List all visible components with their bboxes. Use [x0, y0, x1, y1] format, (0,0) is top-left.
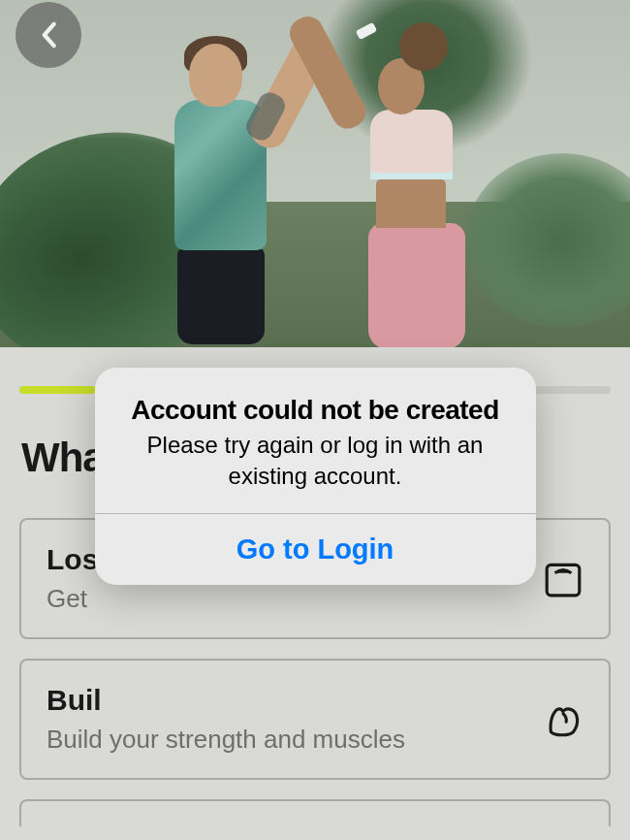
error-modal: Account could not be created Please try … [95, 368, 536, 586]
modal-message: Please try again or log in with an exist… [120, 430, 511, 493]
modal-overlay: Account could not be created Please try … [0, 0, 630, 840]
go-to-login-button[interactable]: Go to Login [95, 514, 536, 585]
modal-title: Account could not be created [120, 395, 511, 426]
